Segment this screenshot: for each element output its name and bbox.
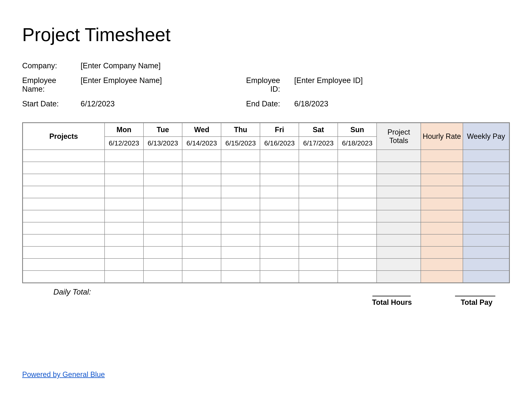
hours-cell[interactable] (182, 259, 221, 271)
hourly-rate-cell[interactable] (421, 234, 463, 246)
hours-cell[interactable] (143, 210, 182, 222)
hours-cell[interactable] (260, 271, 299, 283)
hourly-rate-cell[interactable] (421, 186, 463, 198)
hourly-rate-cell[interactable] (421, 222, 463, 234)
start-date-value[interactable]: 6/12/2023 (81, 100, 236, 108)
hours-cell[interactable] (221, 246, 260, 259)
hours-cell[interactable] (143, 271, 182, 283)
hours-cell[interactable] (182, 162, 221, 174)
hours-cell[interactable] (221, 198, 260, 210)
hours-cell[interactable] (299, 150, 338, 162)
project-cell[interactable] (23, 259, 104, 271)
hourly-rate-cell[interactable] (421, 198, 463, 210)
hours-cell[interactable] (182, 210, 221, 222)
hours-cell[interactable] (260, 198, 299, 210)
project-cell[interactable] (23, 198, 104, 210)
hours-cell[interactable] (260, 246, 299, 259)
hours-cell[interactable] (143, 246, 182, 259)
hours-cell[interactable] (104, 259, 143, 271)
hours-cell[interactable] (221, 271, 260, 283)
hours-cell[interactable] (260, 210, 299, 222)
hours-cell[interactable] (299, 259, 338, 271)
hourly-rate-cell[interactable] (421, 271, 463, 283)
hours-cell[interactable] (104, 222, 143, 234)
hours-cell[interactable] (182, 222, 221, 234)
hours-cell[interactable] (260, 150, 299, 162)
hourly-rate-cell[interactable] (421, 210, 463, 222)
project-cell[interactable] (23, 246, 104, 259)
hours-cell[interactable] (299, 186, 338, 198)
employee-name-value[interactable]: [Enter Employee Name] (81, 76, 236, 93)
hours-cell[interactable] (338, 222, 377, 234)
end-date-value[interactable]: 6/18/2023 (294, 100, 449, 108)
hours-cell[interactable] (182, 271, 221, 283)
hours-cell[interactable] (260, 222, 299, 234)
employee-id-value[interactable]: [Enter Employee ID] (294, 76, 449, 93)
project-cell[interactable] (23, 162, 104, 174)
hourly-rate-cell[interactable] (421, 259, 463, 271)
hours-cell[interactable] (104, 198, 143, 210)
project-cell[interactable] (23, 150, 104, 162)
hours-cell[interactable] (338, 162, 377, 174)
hours-cell[interactable] (299, 271, 338, 283)
project-cell[interactable] (23, 222, 104, 234)
hours-cell[interactable] (221, 150, 260, 162)
hours-cell[interactable] (104, 162, 143, 174)
hours-cell[interactable] (104, 174, 143, 186)
hours-cell[interactable] (104, 234, 143, 246)
project-cell[interactable] (23, 186, 104, 198)
hours-cell[interactable] (182, 198, 221, 210)
hours-cell[interactable] (182, 246, 221, 259)
hours-cell[interactable] (299, 246, 338, 259)
hours-cell[interactable] (338, 174, 377, 186)
hours-cell[interactable] (143, 174, 182, 186)
hours-cell[interactable] (143, 150, 182, 162)
hours-cell[interactable] (221, 234, 260, 246)
hourly-rate-cell[interactable] (421, 162, 463, 174)
hours-cell[interactable] (182, 150, 221, 162)
hours-cell[interactable] (182, 186, 221, 198)
hours-cell[interactable] (338, 246, 377, 259)
hourly-rate-cell[interactable] (421, 150, 463, 162)
project-cell[interactable] (23, 174, 104, 186)
hours-cell[interactable] (260, 174, 299, 186)
hours-cell[interactable] (182, 234, 221, 246)
hours-cell[interactable] (338, 210, 377, 222)
hours-cell[interactable] (104, 271, 143, 283)
company-value[interactable]: [Enter Company Name] (81, 61, 236, 70)
project-cell[interactable] (23, 234, 104, 246)
project-cell[interactable] (23, 271, 104, 283)
hours-cell[interactable] (299, 210, 338, 222)
hours-cell[interactable] (143, 186, 182, 198)
hours-cell[interactable] (182, 174, 221, 186)
hours-cell[interactable] (338, 186, 377, 198)
hours-cell[interactable] (104, 210, 143, 222)
hourly-rate-cell[interactable] (421, 174, 463, 186)
hours-cell[interactable] (299, 222, 338, 234)
hours-cell[interactable] (338, 271, 377, 283)
hours-cell[interactable] (299, 162, 338, 174)
hours-cell[interactable] (221, 186, 260, 198)
hours-cell[interactable] (104, 246, 143, 259)
powered-by-link[interactable]: Powered by General Blue (22, 370, 105, 379)
hours-cell[interactable] (143, 234, 182, 246)
hours-cell[interactable] (221, 210, 260, 222)
hours-cell[interactable] (104, 150, 143, 162)
hours-cell[interactable] (143, 222, 182, 234)
hours-cell[interactable] (338, 234, 377, 246)
hours-cell[interactable] (143, 259, 182, 271)
hours-cell[interactable] (338, 259, 377, 271)
hours-cell[interactable] (299, 234, 338, 246)
hourly-rate-cell[interactable] (421, 246, 463, 259)
hours-cell[interactable] (338, 150, 377, 162)
hours-cell[interactable] (338, 198, 377, 210)
hours-cell[interactable] (299, 174, 338, 186)
hours-cell[interactable] (260, 186, 299, 198)
hours-cell[interactable] (260, 234, 299, 246)
hours-cell[interactable] (104, 186, 143, 198)
hours-cell[interactable] (143, 162, 182, 174)
hours-cell[interactable] (260, 259, 299, 271)
hours-cell[interactable] (143, 198, 182, 210)
hours-cell[interactable] (221, 259, 260, 271)
hours-cell[interactable] (221, 162, 260, 174)
